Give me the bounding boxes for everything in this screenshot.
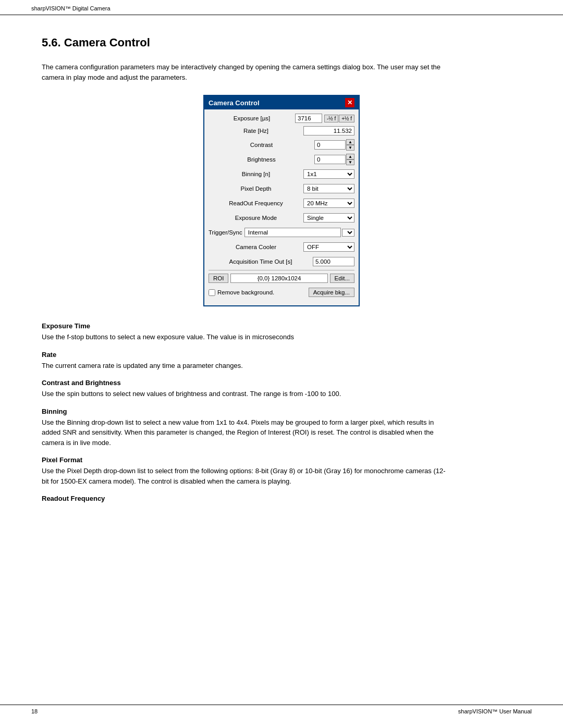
contrast-input[interactable] [314,140,346,150]
contrast-spin-up[interactable]: ▲ [346,139,354,145]
camera-cooler-label: Camera Cooler [209,244,303,250]
contrast-label: Contrast [209,142,314,148]
fstop-minus-button[interactable]: -½ f [324,115,338,122]
readout-label: ReadOut Frequency [209,200,303,206]
page-content: 5.6. Camera Control The camera configura… [0,15,563,532]
exposure-row: Exposure [µs] -½ f +½ f [209,114,354,123]
trigger-row: Trigger/Sync Internal ▼ [209,226,354,239]
brightness-row: Brightness ▲ ▼ [209,153,354,166]
desc-readout-frequency-title: Readout Frequency [42,495,448,502]
dialog-wrapper: Camera Control ✕ Exposure [µs] -½ f +½ f… [42,95,521,306]
footer-manual-title: sharpVISION™ User Manual [458,708,532,714]
exposure-mode-select[interactable]: Single Continuous External [303,213,354,223]
binning-label: Binning [n] [209,171,303,177]
contrast-spin-buttons: ▲ ▼ [346,139,354,151]
dialog-close-button[interactable]: ✕ [345,98,354,107]
intro-text: The camera configuration parameters may … [42,62,448,82]
fstop-plus-button[interactable]: +½ f [339,115,354,122]
camera-cooler-row: Camera Cooler OFF ON [209,241,354,253]
trigger-dropdown[interactable]: ▼ [342,229,354,237]
contrast-row: Contrast ▲ ▼ [209,139,354,151]
trigger-label: Trigger/Sync [209,229,242,236]
trigger-wrap: Internal ▼ [244,228,354,237]
section-title: 5.6. Camera Control [42,36,521,50]
binning-select[interactable]: 1x1 2x2 3x3 4x4 [303,169,354,179]
brightness-input[interactable] [314,155,346,164]
brightness-spin-down[interactable]: ▼ [346,159,354,165]
remove-background-label: Remove background. [217,289,309,295]
acquire-bkg-button[interactable]: Acquire bkg... [309,288,354,297]
desc-readout-frequency: Readout Frequency [42,495,448,502]
dialog-body: Exposure [µs] -½ f +½ f Rate [Hz] 11.532… [204,109,359,305]
brightness-spin-buttons: ▲ ▼ [346,154,354,165]
desc-exposure-time-title: Exposure Time [42,322,448,330]
dialog-title: Camera Control [209,99,260,107]
desc-contrast-brightness: Contrast and Brightness Use the spin but… [42,379,448,399]
desc-exposure-time-text: Use the f-stop buttons to select a new e… [42,332,448,342]
rate-value: 11.532 [303,126,354,135]
exposure-label: Exposure [µs] [209,115,295,121]
desc-contrast-brightness-title: Contrast and Brightness [42,379,448,387]
dialog-titlebar: Camera Control ✕ [204,96,359,109]
acquisition-input[interactable] [313,257,354,266]
desc-rate: Rate The current camera rate is updated … [42,351,448,371]
contrast-spin-down[interactable]: ▼ [346,145,354,151]
exposure-mode-row: Exposure Mode Single Continuous External [209,212,354,224]
edit-button[interactable]: Edit... [330,274,354,283]
desc-contrast-brightness-text: Use the spin buttons to select new value… [42,389,448,399]
desc-pixel-format-title: Pixel Format [42,456,448,464]
readout-frequency-row: ReadOut Frequency 20 MHz 10 MHz 5 MHz [209,197,354,209]
desc-exposure-time: Exposure Time Use the f-stop buttons to … [42,322,448,342]
desc-rate-title: Rate [42,351,448,359]
roi-button[interactable]: ROI [209,274,228,283]
binning-row: Binning [n] 1x1 2x2 3x3 4x4 [209,168,354,180]
desc-pixel-format-text: Use the Pixel Depth drop-down list to se… [42,466,448,486]
readout-select[interactable]: 20 MHz 10 MHz 5 MHz [303,199,354,208]
brightness-label: Brightness [209,156,314,163]
exposure-buttons: -½ f +½ f [324,115,354,122]
pixel-depth-select[interactable]: 8 bit 10 bit 12 bit [303,184,354,193]
background-row: Remove background. Acquire bkg... [209,286,354,299]
desc-pixel-format: Pixel Format Use the Pixel Depth drop-do… [42,456,448,486]
desc-binning-title: Binning [42,408,448,415]
footer-page-number: 18 [31,708,38,714]
exposure-mode-label: Exposure Mode [209,215,303,221]
remove-background-checkbox[interactable] [209,289,215,296]
exposure-input[interactable] [295,114,322,123]
brightness-spin-up[interactable]: ▲ [346,154,354,159]
pixel-depth-label: Pixel Depth [209,186,303,192]
acquisition-row: Acquisition Time Out [s] [209,255,354,268]
desc-binning: Binning Use the Binning drop-down list t… [42,408,448,448]
acquisition-label: Acquisition Time Out [s] [209,258,313,265]
header-text: sharpVISION™ Digital Camera [31,5,111,11]
pixel-depth-row: Pixel Depth 8 bit 10 bit 12 bit [209,182,354,195]
camera-control-dialog: Camera Control ✕ Exposure [µs] -½ f +½ f… [203,95,360,306]
rate-row: Rate [Hz] 11.532 [209,125,354,137]
roi-value: {0,0} 1280x1024 [230,274,327,283]
desc-binning-text: Use the Binning drop-down list to select… [42,417,448,448]
rate-label: Rate [Hz] [209,128,303,134]
trigger-value: Internal [244,228,341,237]
roi-row: ROI {0,0} 1280x1024 Edit... [209,270,354,283]
page-header: sharpVISION™ Digital Camera [0,0,563,15]
desc-rate-text: The current camera rate is updated any t… [42,361,448,371]
page-footer: 18 sharpVISION™ User Manual [0,705,563,718]
camera-cooler-select[interactable]: OFF ON [303,242,354,252]
